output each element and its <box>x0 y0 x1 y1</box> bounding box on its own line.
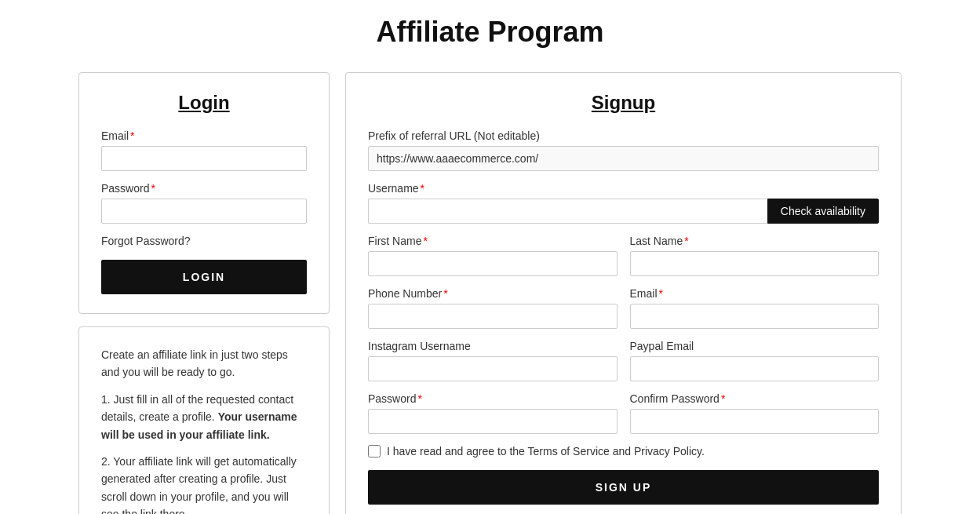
last-name-required: * <box>684 235 688 247</box>
signup-password-label: Password* <box>368 392 618 405</box>
terms-row: I have read and agree to the Terms of Se… <box>368 445 879 457</box>
email-group: Email* <box>101 129 307 171</box>
first-name-label: First Name* <box>368 235 618 247</box>
instagram-paypal-row: Instagram Username Paypal Email <box>368 340 879 392</box>
email-label: Email* <box>101 129 307 142</box>
confirm-password-required: * <box>721 392 725 405</box>
username-required: * <box>421 182 424 195</box>
first-name-group: First Name* <box>368 235 618 276</box>
main-content: Login Email* Password* Forgot Password? … <box>0 72 980 514</box>
paypal-label: Paypal Email <box>630 340 880 352</box>
first-name-input[interactable] <box>368 251 618 276</box>
confirm-password-group: Confirm Password* <box>630 392 880 434</box>
info-card: Create an affiliate link in just two ste… <box>78 326 330 514</box>
password-group: Password* <box>101 182 307 224</box>
phone-required: * <box>443 287 447 300</box>
last-name-input[interactable] <box>630 251 880 276</box>
username-row: Check availability <box>368 199 879 224</box>
phone-label: Phone Number* <box>368 287 618 300</box>
name-row: First Name* Last Name* <box>368 235 879 287</box>
signup-heading: Signup <box>368 92 879 114</box>
instagram-input[interactable] <box>368 356 618 381</box>
confirm-password-label: Confirm Password* <box>630 392 880 405</box>
signup-email-group: Email* <box>630 287 880 329</box>
username-group: Username* Check availability <box>368 182 879 224</box>
terms-checkbox[interactable] <box>368 445 381 457</box>
signup-password-input[interactable] <box>368 409 618 434</box>
signup-card: Signup Prefix of referral URL (Not edita… <box>345 72 902 514</box>
referral-url-input <box>368 146 879 171</box>
password-required: * <box>151 182 155 195</box>
login-card: Login Email* Password* Forgot Password? … <box>78 72 330 314</box>
email-required: * <box>130 129 134 142</box>
forgot-password-link[interactable]: Forgot Password? <box>101 235 307 247</box>
passwords-row: Password* Confirm Password* <box>368 392 879 445</box>
signup-button[interactable]: SIGN UP <box>368 470 879 505</box>
referral-url-label: Prefix of referral URL (Not editable) <box>368 129 879 142</box>
terms-label[interactable]: I have read and agree to the Terms of Se… <box>387 445 705 457</box>
terms-link[interactable]: Terms of Service and Privacy Policy. <box>528 445 705 457</box>
signup-email-label: Email* <box>630 287 880 300</box>
phone-group: Phone Number* <box>368 287 618 329</box>
login-email-input[interactable] <box>101 146 307 171</box>
signup-password-required: * <box>417 392 421 405</box>
page-title: Affiliate Program <box>0 0 980 72</box>
signup-email-input[interactable] <box>630 304 880 329</box>
paypal-input[interactable] <box>630 356 880 381</box>
confirm-password-input[interactable] <box>630 409 880 434</box>
last-name-group: Last Name* <box>630 235 880 276</box>
login-heading: Login <box>101 92 307 114</box>
phone-email-row: Phone Number* Email* <box>368 287 879 340</box>
password-label: Password* <box>101 182 307 195</box>
first-name-required: * <box>423 235 427 247</box>
phone-input[interactable] <box>368 304 618 329</box>
instagram-group: Instagram Username <box>368 340 618 381</box>
info-paragraph-3: 2. Your affiliate link will get automati… <box>101 453 307 514</box>
instagram-label: Instagram Username <box>368 340 618 352</box>
signup-email-required: * <box>659 287 663 300</box>
left-column: Login Email* Password* Forgot Password? … <box>78 72 330 514</box>
check-availability-button[interactable]: Check availability <box>767 199 879 224</box>
right-column: Signup Prefix of referral URL (Not edita… <box>345 72 902 514</box>
last-name-label: Last Name* <box>630 235 880 247</box>
info-paragraph-1: Create an affiliate link in just two ste… <box>101 346 307 381</box>
username-input[interactable] <box>368 199 767 224</box>
login-password-input[interactable] <box>101 199 307 224</box>
username-label: Username* <box>368 182 879 195</box>
signup-password-group: Password* <box>368 392 618 434</box>
login-button[interactable]: LOGIN <box>101 260 307 294</box>
info-paragraph-2: 1. Just fill in all of the requested con… <box>101 391 307 443</box>
referral-url-group: Prefix of referral URL (Not editable) <box>368 129 879 171</box>
paypal-group: Paypal Email <box>630 340 880 381</box>
